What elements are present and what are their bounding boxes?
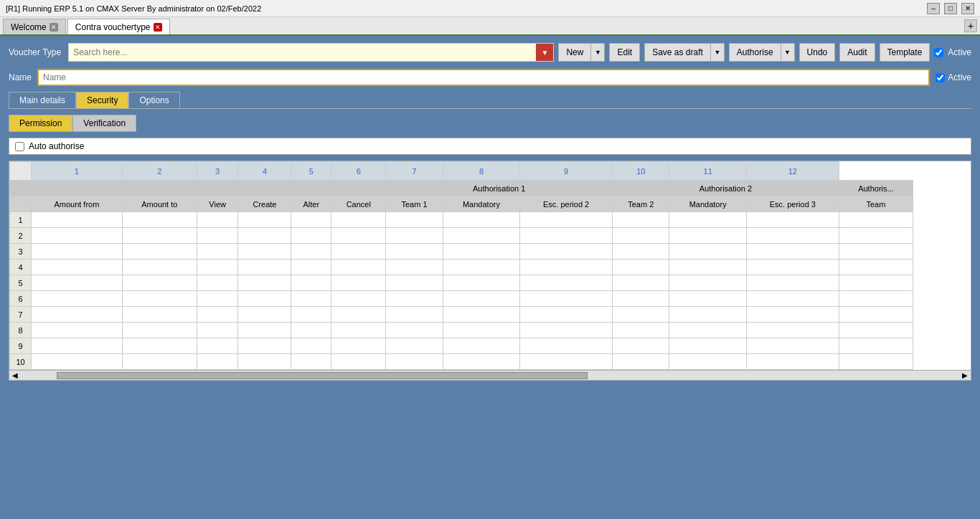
scrollbar-thumb[interactable] <box>57 372 588 379</box>
table-cell[interactable] <box>520 260 613 275</box>
table-cell[interactable] <box>386 354 443 370</box>
table-cell[interactable] <box>839 323 913 338</box>
horizontal-scrollbar[interactable]: ◀ ▶ <box>9 370 971 380</box>
table-cell[interactable] <box>331 244 386 260</box>
table-cell[interactable] <box>839 354 913 370</box>
table-cell[interactable] <box>443 291 519 307</box>
table-cell[interactable] <box>746 323 839 338</box>
table-cell[interactable] <box>291 228 331 244</box>
table-cell[interactable] <box>122 212 197 228</box>
sub-tab-permission[interactable]: Permission <box>9 115 72 132</box>
table-cell[interactable] <box>197 291 238 307</box>
table-cell[interactable] <box>122 354 197 370</box>
table-cell[interactable] <box>291 260 331 275</box>
table-cell[interactable] <box>443 275 519 291</box>
table-cell[interactable] <box>443 244 519 260</box>
table-cell[interactable] <box>669 307 746 323</box>
table-cell[interactable] <box>32 323 123 338</box>
table-cell[interactable] <box>613 228 669 244</box>
table-cell[interactable] <box>839 291 913 307</box>
table-cell[interactable] <box>291 244 331 260</box>
tab-welcome-close[interactable]: ✕ <box>50 23 58 32</box>
table-cell[interactable] <box>122 291 197 307</box>
table-cell[interactable] <box>520 323 613 338</box>
table-cell[interactable] <box>386 228 443 244</box>
table-cell[interactable] <box>291 212 331 228</box>
table-cell[interactable] <box>238 212 291 228</box>
table-cell[interactable] <box>122 307 197 323</box>
table-cell[interactable] <box>520 338 613 354</box>
table-cell[interactable] <box>331 260 386 275</box>
table-cell[interactable] <box>197 260 238 275</box>
table-cell[interactable] <box>122 338 197 354</box>
table-row[interactable]: 3 <box>10 244 913 260</box>
table-cell[interactable] <box>746 307 839 323</box>
table-cell[interactable] <box>839 275 913 291</box>
table-cell[interactable] <box>613 260 669 275</box>
table-cell[interactable] <box>32 338 123 354</box>
table-cell[interactable] <box>669 212 746 228</box>
authorise-dropdown-button[interactable]: ▼ <box>781 44 794 61</box>
table-cell[interactable] <box>331 291 386 307</box>
table-cell[interactable] <box>32 228 123 244</box>
table-cell[interactable] <box>746 212 839 228</box>
table-cell[interactable] <box>669 244 746 260</box>
table-cell[interactable] <box>331 307 386 323</box>
table-cell[interactable] <box>122 260 197 275</box>
table-cell[interactable] <box>520 244 613 260</box>
table-cell[interactable] <box>839 338 913 354</box>
table-cell[interactable] <box>197 354 238 370</box>
table-cell[interactable] <box>238 228 291 244</box>
edit-button[interactable]: Edit <box>609 43 640 62</box>
table-cell[interactable] <box>613 275 669 291</box>
auto-authorise-checkbox[interactable] <box>15 142 24 151</box>
table-cell[interactable] <box>613 291 669 307</box>
table-row[interactable]: 4 <box>10 260 913 275</box>
authorise-button[interactable]: Authorise <box>730 44 781 61</box>
table-cell[interactable] <box>197 338 238 354</box>
table-cell[interactable] <box>839 260 913 275</box>
table-cell[interactable] <box>839 244 913 260</box>
new-dropdown-button[interactable]: ▼ <box>591 44 604 61</box>
table-cell[interactable] <box>520 228 613 244</box>
table-cell[interactable] <box>669 291 746 307</box>
table-cell[interactable] <box>386 275 443 291</box>
table-cell[interactable] <box>331 354 386 370</box>
table-cell[interactable] <box>331 275 386 291</box>
table-cell[interactable] <box>197 212 238 228</box>
table-cell[interactable] <box>669 323 746 338</box>
table-cell[interactable] <box>613 307 669 323</box>
table-cell[interactable] <box>520 354 613 370</box>
table-cell[interactable] <box>197 323 238 338</box>
active-checkbox-header[interactable] <box>934 48 943 57</box>
table-cell[interactable] <box>122 228 197 244</box>
table-cell[interactable] <box>197 244 238 260</box>
name-input[interactable] <box>37 69 930 86</box>
table-row[interactable]: 5 <box>10 275 913 291</box>
tab-security[interactable]: Security <box>76 92 128 108</box>
active-checkbox[interactable] <box>936 73 945 82</box>
close-button[interactable]: ✕ <box>961 3 974 14</box>
table-cell[interactable] <box>746 260 839 275</box>
table-cell[interactable] <box>386 338 443 354</box>
save-as-draft-button[interactable]: Save as draft <box>645 44 711 61</box>
table-cell[interactable] <box>520 291 613 307</box>
table-cell[interactable] <box>331 338 386 354</box>
table-cell[interactable] <box>613 338 669 354</box>
table-cell[interactable] <box>122 323 197 338</box>
table-cell[interactable] <box>32 291 123 307</box>
table-row[interactable]: 1 <box>10 212 913 228</box>
minimize-button[interactable]: – <box>927 3 940 14</box>
table-cell[interactable] <box>520 212 613 228</box>
table-cell[interactable] <box>238 275 291 291</box>
table-cell[interactable] <box>238 260 291 275</box>
table-cell[interactable] <box>443 354 519 370</box>
restore-button[interactable]: □ <box>944 3 957 14</box>
table-cell[interactable] <box>197 307 238 323</box>
table-row[interactable]: 2 <box>10 228 913 244</box>
tab-welcome[interactable]: Welcome ✕ <box>3 19 66 34</box>
table-scroll-area[interactable]: 1 2 3 4 5 6 7 8 9 10 11 12 <box>9 161 971 370</box>
table-row[interactable]: 6 <box>10 291 913 307</box>
table-cell[interactable] <box>238 354 291 370</box>
table-row[interactable]: 7 <box>10 307 913 323</box>
